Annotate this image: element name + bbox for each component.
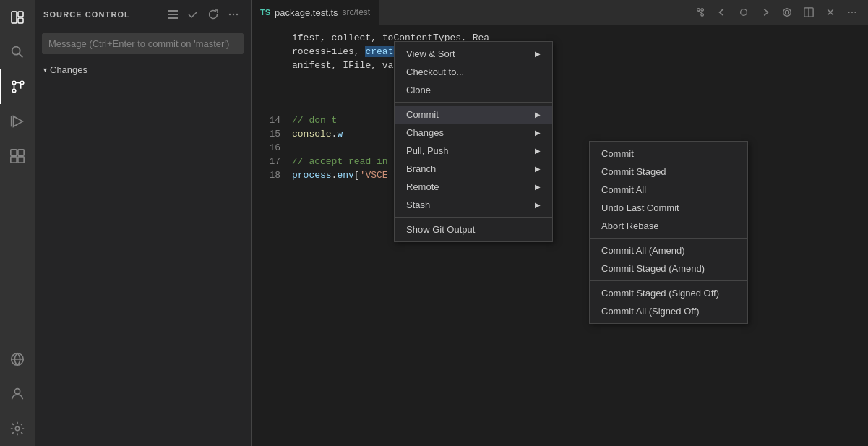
sub-commit-all-item[interactable]: Commit All [590,181,747,199]
code-line: rocessFiles, createDefaultProcessors [252,45,868,59]
branch-item-chevron: ▶ [535,165,541,173]
svg-line-4 [19,53,22,57]
svg-rect-11 [18,150,24,155]
ts-badge: TS [260,8,270,17]
sub-abort-rebase-item[interactable]: Abort Rebase [590,217,747,235]
activity-bar [0,0,35,446]
svg-point-21 [233,14,234,15]
vcs-decorations-icon[interactable] [690,2,710,22]
explorer-icon[interactable] [0,0,35,35]
changes-item-label: Changes [406,127,444,138]
split-editor-icon[interactable] [799,2,819,22]
sub-commit-staged-amend-item[interactable]: Commit Staged (Amend) [590,260,747,278]
sidebar-title: SOURCE CONTROL [43,10,130,19]
refresh-button[interactable] [205,6,222,23]
stash-item[interactable]: Stash▶ [395,196,552,214]
remote-explorer-icon[interactable] [0,342,35,377]
commit-message-input[interactable] [42,33,244,54]
code-editor: ifest, collect, toContentTypes, Rea roce… [252,25,868,446]
remote-item[interactable]: Remote▶ [395,178,552,196]
sub-commit-all-signed-item-label: Commit All (Signed Off) [601,306,700,317]
code-line: anifest, IFile, validateManifest [252,59,868,72]
pull-push-item-label: Pull, Push [406,145,449,156]
svg-point-27 [741,9,747,16]
accounts-icon[interactable] [0,377,35,411]
active-tab[interactable]: TS package.test.ts src/test [252,0,379,25]
svg-point-5 [12,81,16,85]
branch-item[interactable]: Branch▶ [395,160,552,178]
checkout-item[interactable]: Checkout to... [395,63,552,81]
svg-rect-10 [11,150,17,155]
remote-item-label: Remote [406,181,439,192]
svg-line-26 [698,11,702,14]
checkout-item-label: Checkout to... [406,67,464,77]
svg-rect-18 [168,14,178,15]
close-tab-icon[interactable] [820,2,841,22]
sub-context-menu[interactable]: CommitCommit StagedCommit AllUndo Last C… [589,141,748,324]
stash-item-chevron: ▶ [535,201,541,209]
code-line: 18 process.env['VSCE_TESTS'] = 'true'; [252,168,868,182]
remote-item-chevron: ▶ [535,183,541,191]
sub-commit-item[interactable]: Commit [590,145,747,163]
sub-commit-staged-signed-item[interactable]: Commit Staged (Signed Off) [590,284,747,302]
more-actions-button[interactable] [225,6,242,23]
changes-header[interactable]: ▾ Changes [35,61,251,78]
sub-commit-all-signed-item[interactable]: Commit All (Signed Off) [590,302,747,320]
circle-icon[interactable] [734,2,754,22]
svg-point-25 [701,9,704,12]
code-line: 15 console.w [252,127,868,141]
source-control-sidebar: SOURCE CONTROL ▾ Changes View & Sort▶Ch [35,0,252,446]
svg-point-36 [854,12,856,13]
sub-abort-rebase-item-label: Abort Rebase [601,220,659,231]
view-sort-item[interactable]: View & Sort▶ [395,45,552,63]
settings-icon[interactable] [0,411,35,446]
pull-push-item[interactable]: Pull, Push▶ [395,142,552,160]
clone-item-label: Clone [406,85,431,95]
sub-commit-all-item-label: Commit All [601,184,646,195]
commit-button[interactable] [184,6,202,23]
sub-undo-last-item[interactable]: Undo Last Commit [590,199,747,217]
changes-chevron: ▾ [43,66,47,74]
tab-path: src/test [343,7,371,17]
sub-menu-separator [590,238,747,239]
clone-item[interactable]: Clone [395,81,552,99]
sub-commit-staged-item[interactable]: Commit Staged [590,163,747,181]
commit-item[interactable]: Commit▶ [395,106,552,124]
svg-rect-2 [18,18,23,23]
code-line: 16 [252,141,868,155]
tab-bar: TS package.test.ts src/test [252,0,868,25]
search-icon[interactable] [0,35,35,69]
code-line: '; [252,86,868,100]
svg-point-22 [236,14,238,15]
svg-point-29 [783,9,791,17]
svg-point-23 [697,9,700,12]
svg-point-16 [15,426,20,431]
editor-main: TS package.test.ts src/test [252,0,868,446]
sidebar-header: SOURCE CONTROL [35,0,251,29]
primary-context-menu[interactable]: View & Sort▶Checkout to...CloneCommit▶Ch… [394,41,553,242]
more-editor-actions-icon[interactable] [842,2,862,22]
source-control-icon[interactable] [0,69,35,104]
commit-item-label: Commit [406,109,439,120]
changes-item[interactable]: Changes▶ [395,124,552,142]
tab-action-icons [690,2,868,22]
go-to-definition-icon[interactable] [777,2,797,22]
sub-commit-all-amend-item[interactable]: Commit All (Amend) [590,241,747,260]
list-view-button[interactable] [164,6,181,23]
code-line: fy'; [252,100,868,113]
svg-point-34 [848,12,850,13]
svg-rect-19 [168,17,178,19]
go-forward-icon[interactable] [755,2,775,22]
svg-point-35 [851,12,853,13]
run-debug-icon[interactable] [0,104,35,139]
sub-menu-separator [590,280,747,281]
sidebar-action-icons [164,6,242,23]
branch-item-label: Branch [406,163,436,174]
svg-rect-13 [18,157,24,163]
go-back-icon[interactable] [712,2,732,22]
view-sort-item-label: View & Sort [406,48,455,59]
tab-filename: package.test.ts [275,7,338,18]
view-sort-item-chevron: ▶ [535,50,541,58]
extensions-icon[interactable] [0,139,35,173]
show-git-output-item[interactable]: Show Git Output [395,220,552,239]
